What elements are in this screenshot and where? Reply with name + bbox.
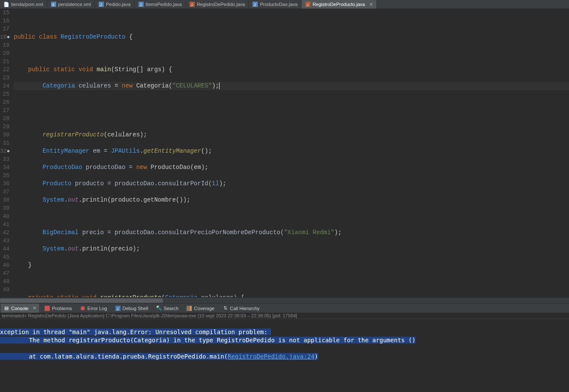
java-icon: J bbox=[189, 1, 195, 7]
tab-label: persistence.xml bbox=[58, 2, 91, 7]
callhierarchy-tab[interactable]: ⇅ Call Hierarchy bbox=[220, 304, 262, 313]
line-gutter: 15 16 17 18● 19 20 21 22 23 24 25 26 27 … bbox=[0, 9, 12, 297]
svg-text:J: J bbox=[307, 3, 309, 7]
tab-pom[interactable]: 📄 tienda/pom.xml bbox=[0, 0, 47, 9]
close-icon[interactable]: ✕ bbox=[33, 305, 36, 311]
tab-label: Pedido.java bbox=[106, 2, 131, 7]
code-editor[interactable]: 15 16 17 18● 19 20 21 22 23 24 25 26 27 … bbox=[0, 9, 569, 297]
java-icon: J bbox=[252, 1, 258, 7]
svg-text:X: X bbox=[52, 3, 54, 7]
svg-text:J: J bbox=[254, 3, 256, 7]
tab-label: tienda/pom.xml bbox=[11, 2, 43, 7]
editor-tabbar: 📄 tienda/pom.xml X persistence.xml J Ped… bbox=[0, 0, 569, 9]
horizontal-scrollbar[interactable]: ‹ bbox=[0, 297, 569, 303]
tab-label: ProductoDao.java bbox=[260, 2, 297, 7]
problems-icon bbox=[44, 305, 50, 311]
stacktrace-link[interactable]: RegistroDePedido.java:24 bbox=[228, 353, 314, 360]
console-error-line: The method registrarProducto(Categoria) … bbox=[0, 337, 415, 344]
console-error-line: xception in thread "main" java.lang.Erro… bbox=[0, 329, 271, 335]
problems-tab[interactable]: Problems bbox=[42, 304, 74, 313]
errorlog-tab[interactable]: Error Log bbox=[77, 304, 110, 313]
console-stacktrace: at com.latam.alura.tienda.prueba.Registr… bbox=[0, 353, 318, 360]
tab-label: RegistroDeProducto.java bbox=[313, 2, 365, 7]
tab-pedido[interactable]: J Pedido.java bbox=[95, 0, 135, 9]
svg-text:J: J bbox=[140, 3, 142, 7]
tab-registropedido[interactable]: J RegistroDePedido.java bbox=[186, 0, 249, 9]
tab-itemspedido[interactable]: J ItemsPedido.java bbox=[135, 0, 186, 9]
errorlog-icon bbox=[80, 305, 86, 311]
tab-label: ItemsPedido.java bbox=[146, 2, 182, 7]
hierarchy-icon: ⇅ bbox=[222, 305, 228, 311]
svg-rect-18 bbox=[190, 306, 192, 311]
svg-point-13 bbox=[81, 306, 85, 311]
svg-rect-12 bbox=[45, 306, 50, 311]
xml-icon: X bbox=[51, 1, 57, 7]
debugshell-tab[interactable]: J Debug Shell bbox=[112, 304, 151, 313]
tab-registroproducto[interactable]: J RegistroDeProducto.java ✕ bbox=[301, 0, 377, 9]
svg-text:J: J bbox=[100, 3, 102, 7]
console-output[interactable]: xception in thread "main" java.lang.Erro… bbox=[0, 319, 569, 392]
java-icon: J bbox=[138, 1, 144, 7]
coverage-tab[interactable]: Coverage bbox=[184, 304, 217, 313]
svg-text:J: J bbox=[191, 3, 193, 7]
console-tab[interactable]: ▤ Console ✕ bbox=[1, 304, 39, 313]
bottom-panel-tabs: ▤ Console ✕ Problems Error Log J Debug S… bbox=[0, 303, 569, 313]
search-tab[interactable]: 🔦 Search bbox=[154, 304, 181, 313]
svg-text:J: J bbox=[117, 307, 119, 311]
debug-icon: J bbox=[115, 305, 121, 311]
java-icon: J bbox=[98, 1, 104, 7]
console-icon: ▤ bbox=[3, 305, 9, 311]
scrollbar-thumb[interactable] bbox=[0, 299, 163, 303]
java-icon: J bbox=[305, 1, 311, 7]
close-icon[interactable]: ✕ bbox=[369, 2, 373, 7]
tab-productodao[interactable]: J ProductoDao.java bbox=[249, 0, 301, 9]
code-area[interactable]: public class RegistroDeProducto { public… bbox=[12, 9, 569, 297]
search-icon: 🔦 bbox=[156, 305, 162, 311]
svg-rect-16 bbox=[187, 306, 188, 311]
xml-icon: 📄 bbox=[3, 1, 9, 7]
tab-persistence[interactable]: X persistence.xml bbox=[47, 0, 95, 9]
console-status: terminated> RegistroDePedido [Java Appli… bbox=[0, 313, 569, 319]
svg-rect-17 bbox=[188, 306, 190, 311]
tab-label: RegistroDePedido.java bbox=[197, 2, 245, 7]
coverage-icon bbox=[186, 305, 192, 311]
